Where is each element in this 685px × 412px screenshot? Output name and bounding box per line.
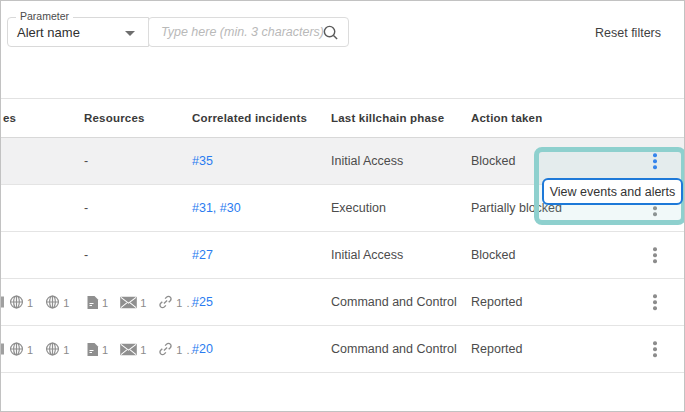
search-input[interactable]: Type here (min. 3 characters) (148, 17, 349, 47)
globe-icon (45, 342, 60, 357)
alerts-panel: Parameter Alert name Type here (min. 3 c… (0, 0, 685, 412)
mail-icon (120, 343, 137, 355)
icon-count: 1 (176, 343, 182, 355)
globe-icon (45, 295, 60, 310)
parameter-select[interactable]: Parameter Alert name (7, 17, 149, 47)
reset-filters-button[interactable]: Reset filters (595, 26, 661, 40)
clipped-icon (1, 297, 4, 308)
killchain-value: Initial Access (331, 154, 403, 168)
icon-count: 1 (140, 343, 146, 355)
icon-count: 1 (27, 343, 33, 355)
file-icon (86, 295, 99, 309)
mail-icon (120, 296, 137, 308)
chevron-down-icon (125, 31, 135, 36)
incident-link[interactable]: #20 (192, 342, 213, 356)
table-body: - #35 Initial Access Blocked - #31, #30 … (1, 138, 684, 373)
icon-count: 1 (102, 296, 108, 308)
column-header-last-killchain-phase: Last killchain phase (331, 112, 444, 124)
globe-icon (9, 342, 24, 357)
resources-icons: 1 1 1 ... (86, 295, 199, 310)
killchain-value: Initial Access (331, 248, 403, 262)
search-icon[interactable] (322, 24, 339, 41)
incident-link[interactable]: #31 (192, 201, 213, 215)
incident-separator: , (213, 201, 220, 215)
action-value: Reported (471, 295, 522, 309)
resources-value: - (84, 201, 88, 215)
killchain-value: Execution (331, 201, 386, 215)
icon-count: 1 (27, 296, 33, 308)
incident-link[interactable]: #35 (192, 154, 213, 168)
row-menu-button[interactable] (649, 338, 661, 360)
killchain-value: Command and Control (331, 295, 457, 309)
action-value: Reported (471, 342, 522, 356)
sources-icons: 1 1 (9, 342, 69, 357)
icon-count: 1 (63, 296, 69, 308)
menu-item-view-events-and-alerts[interactable]: View events and alerts (550, 185, 676, 199)
row-menu-button[interactable] (649, 150, 661, 172)
column-header-sources: es (3, 112, 16, 124)
link-icon (158, 295, 173, 310)
killchain-value: Command and Control (331, 342, 457, 356)
row-menu-button[interactable] (649, 244, 661, 266)
row-context-menu[interactable]: View events and alerts (542, 178, 683, 205)
parameter-select-label: Parameter (16, 10, 73, 22)
row-menu-button[interactable] (649, 291, 661, 313)
resources-value: - (84, 154, 88, 168)
icon-count: 1 (63, 343, 69, 355)
globe-icon (9, 295, 24, 310)
column-header-resources: Resources (84, 112, 145, 124)
action-value: Blocked (471, 248, 515, 262)
column-header-correlated-incidents: Correlated incidents (192, 112, 307, 124)
icon-count: 1 (102, 343, 108, 355)
incident-link[interactable]: #25 (192, 295, 213, 309)
table-row[interactable]: 1 1 1 1 1 ... #20 Command and Control Re… (1, 326, 684, 373)
parameter-select-value: Alert name (17, 25, 80, 40)
link-icon (158, 342, 173, 357)
file-icon (86, 342, 99, 356)
resources-value: - (84, 248, 88, 262)
incident-link[interactable]: #27 (192, 248, 213, 262)
column-header-action-taken: Action taken (471, 112, 542, 124)
table-row[interactable]: 1 1 1 1 1 ... #25 Command and Control Re… (1, 279, 684, 326)
table-header: es Resources Correlated incidents Last k… (1, 98, 684, 138)
search-placeholder: Type here (min. 3 characters) (161, 25, 324, 39)
clipped-icon (1, 344, 4, 355)
table-row[interactable]: - #27 Initial Access Blocked (1, 232, 684, 279)
sources-icons: 1 1 (9, 295, 69, 310)
icon-count: 1 (140, 296, 146, 308)
incident-link[interactable]: #30 (220, 201, 241, 215)
action-value: Blocked (471, 154, 515, 168)
icon-count: 1 (176, 296, 182, 308)
resources-icons: 1 1 1 ... (86, 342, 199, 357)
